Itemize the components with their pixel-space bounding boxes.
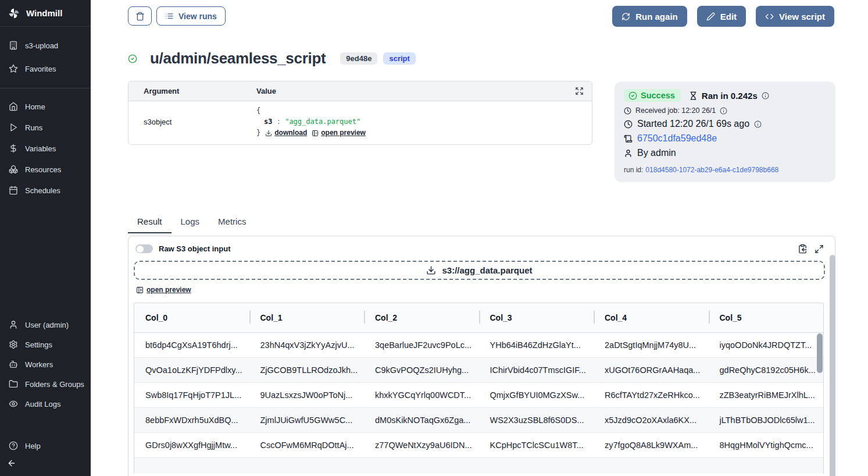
sidebar-item-help[interactable]: Help xyxy=(0,436,91,456)
sidebar-admin-group: User (admin) Settings Workers Folders & … xyxy=(0,315,91,414)
s3-download-button[interactable]: s3://agg_data.parquet xyxy=(134,261,825,280)
arguments-table-header: Argument Value xyxy=(128,81,592,101)
home-icon xyxy=(9,102,18,111)
trash-icon xyxy=(135,12,145,21)
panel-scrollbar[interactable] xyxy=(830,255,835,476)
pencil-icon xyxy=(706,12,715,21)
view-script-button[interactable]: View script xyxy=(756,6,834,27)
open-preview-link[interactable]: open preview xyxy=(312,127,366,138)
info-icon[interactable] xyxy=(762,92,769,100)
status-row-received: Received job: 12:20 26/1 xyxy=(624,106,826,115)
star-icon xyxy=(9,64,18,73)
sidebar-item-workspace[interactable]: s3-upload xyxy=(0,34,91,57)
sidebar-item-label: Home xyxy=(25,102,45,111)
raw-s3-toggle[interactable] xyxy=(135,244,153,253)
run-id-link[interactable]: 018d4580-1072-ab29-e6a4-c1de9798b668 xyxy=(645,166,778,174)
download-link[interactable]: download xyxy=(265,127,307,138)
info-icon[interactable] xyxy=(720,107,727,115)
table-row: QvOa1oLzKFjYDFPdlxy... ZjGCOB9TLLROdzoJk… xyxy=(134,358,823,383)
table-cell: x5Jzd9cO2oXAxla6KX... xyxy=(594,408,709,432)
table-cell: ZjGCOB9TLLROdzoJkh... xyxy=(249,358,365,382)
sidebar-item-workers[interactable]: Workers xyxy=(0,354,91,374)
sidebar-item-audit-logs[interactable]: Audit Logs xyxy=(0,394,91,414)
help-icon xyxy=(9,441,18,450)
expand-icon[interactable] xyxy=(575,87,584,95)
runtime-label: Ran in 0.242s xyxy=(702,91,758,101)
sidebar-item-label: Runs xyxy=(25,123,42,132)
table-cell: C9kGvPOQZs2IUHyhg... xyxy=(364,358,479,382)
sidebar-item-runs[interactable]: Runs xyxy=(0,117,91,138)
edit-button[interactable]: Edit xyxy=(697,6,746,27)
table-cell: Swb8Iq17FqHjoT7P1JL... xyxy=(134,383,249,407)
brand-label: Windmill xyxy=(26,8,62,18)
sidebar-item-user[interactable]: User (admin) xyxy=(0,315,91,335)
json-key: s3 xyxy=(264,118,272,126)
sidebar-item-favorites[interactable]: Favorites xyxy=(0,57,91,80)
sidebar-item-label: Schedules xyxy=(25,186,60,195)
run-id-label: run id: xyxy=(624,166,643,174)
column-header-col1: Col_1 xyxy=(249,303,365,332)
page-title: u/admin/seamless_script xyxy=(150,49,326,68)
brand[interactable]: Windmill xyxy=(0,0,91,27)
sidebar-item-label: User (admin) xyxy=(25,321,69,329)
column-header-col0: Col_0 xyxy=(134,303,249,332)
sidebar-item-home[interactable]: Home xyxy=(0,96,91,117)
sidebar-item-variables[interactable]: Variables xyxy=(0,138,91,159)
status-badge: Success xyxy=(624,89,681,102)
argument-name: s3object xyxy=(128,105,256,138)
table-cell: YHb64iB46ZdHzGlaYt... xyxy=(479,333,594,357)
scroll-icon xyxy=(624,134,633,143)
sidebar-item-settings[interactable]: Settings xyxy=(0,335,91,354)
folder-icon xyxy=(9,379,18,389)
open-preview-link[interactable]: open preview xyxy=(136,286,191,294)
sidebar-help-group: Help xyxy=(0,436,91,456)
arguments-table-row: s3object { s3 : "agg_data.parquet" } dow… xyxy=(128,101,592,144)
column-header-col3: Col_3 xyxy=(479,303,594,332)
panel-header-icons xyxy=(798,244,824,254)
tab-result[interactable]: Result xyxy=(128,212,172,233)
table-cell: 3qeBarlueJF2uvc9PoLc... xyxy=(364,333,479,357)
run-again-button[interactable]: Run again xyxy=(612,6,687,27)
table-cell: CscOFwM6MRqDOttAj... xyxy=(249,433,365,457)
result-data-table: Col_0 Col_1 Col_2 Col_3 Col_4 Col_5 bt6d… xyxy=(134,303,824,474)
delete-button[interactable] xyxy=(128,6,152,26)
maximize-icon[interactable] xyxy=(815,244,824,254)
sidebar-item-schedules[interactable]: Schedules xyxy=(0,180,91,201)
view-runs-button[interactable]: View runs xyxy=(156,6,226,26)
table-cell: 8ebbFxWDxrh5uXdBQ... xyxy=(134,408,249,432)
tab-logs[interactable]: Logs xyxy=(172,212,209,233)
data-table-header: Col_0 Col_1 Col_2 Col_3 Col_4 Col_5 xyxy=(134,303,823,333)
table-cell: IChirVbid4c07TmscIGIF... xyxy=(479,358,594,382)
code-icon xyxy=(765,12,774,21)
eye-icon xyxy=(9,399,18,408)
sidebar-collapse-button[interactable] xyxy=(7,459,16,468)
check-circle-icon xyxy=(128,54,137,63)
top-left-actions: View runs xyxy=(128,6,226,26)
s3-download-label: s3://agg_data.parquet xyxy=(442,265,532,275)
started-label: Started 12:20 26/1 69s ago xyxy=(637,119,749,129)
sidebar-item-folders-groups[interactable]: Folders & Groups xyxy=(0,374,91,394)
sidebar-item-resources[interactable]: Resources xyxy=(0,159,91,180)
table-cell: 2aDtSgtIqMnjjM74y8U... xyxy=(594,333,709,357)
table-scrollbar[interactable] xyxy=(817,333,823,373)
play-icon xyxy=(9,123,18,132)
job-hash-link[interactable]: 6750c1dfa59ed48e xyxy=(637,133,717,144)
clipboard-copy-icon[interactable] xyxy=(798,244,808,254)
table-cell: z77QWeNtXzy9aU6IDN... xyxy=(364,433,479,457)
sidebar-item-label: Settings xyxy=(25,340,52,349)
column-header-col5: Col_5 xyxy=(709,303,824,332)
info-icon[interactable] xyxy=(754,120,762,128)
sidebar-item-label: Variables xyxy=(25,144,56,153)
table-cell: xUGOt76ORGrAAHaqa... xyxy=(594,358,709,382)
table-cell: khxkYGCqYrlq00WCDT... xyxy=(364,383,479,407)
sidebar-menu-group: Home Runs Variables Resources Schedules xyxy=(0,96,91,201)
sidebar-item-label: Workers xyxy=(25,360,53,369)
tab-metrics[interactable]: Metrics xyxy=(209,212,255,233)
status-row-main: Success Ran in 0.242s xyxy=(624,89,826,102)
json-string-value: "agg_data.parquet" xyxy=(285,118,360,126)
table-cell: KCpHpcTClcSCu1W8T... xyxy=(479,433,594,457)
table-cell: 23hN4qxV3jZkYyAzjvU... xyxy=(249,333,365,357)
windmill-logo-icon xyxy=(8,7,20,20)
check-circle-icon xyxy=(628,91,637,100)
view-script-label: View script xyxy=(779,12,825,22)
